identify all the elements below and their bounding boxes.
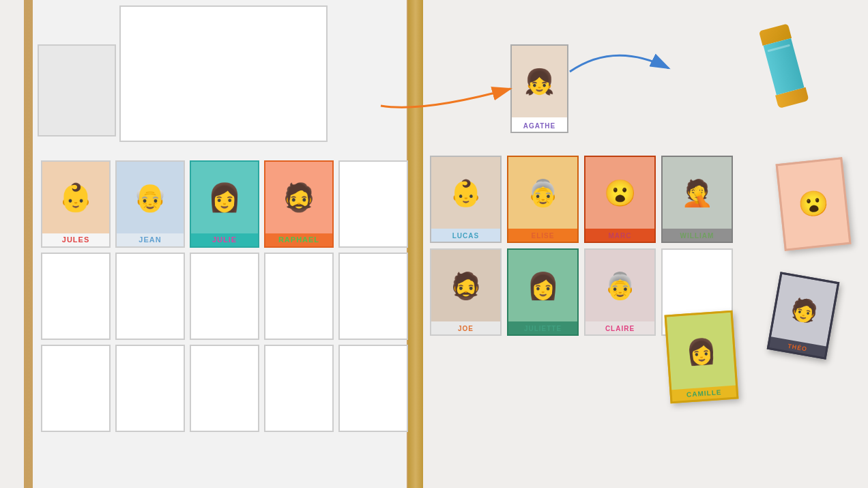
face-marc: 😮 <box>585 157 654 229</box>
name-juliette: JULIETTE <box>508 325 577 332</box>
name-elise: ELISE <box>508 232 577 240</box>
name-agathe: AGATHE <box>512 122 567 130</box>
photo-grid-left: 👶 JULES 👴 JEAN 👩 JULIE 🧔 RAPHAEL <box>41 160 408 432</box>
card-raphael[interactable]: 🧔 RAPHAEL <box>264 160 334 248</box>
card-empty-2[interactable] <box>41 253 111 340</box>
card-empty-7[interactable] <box>41 345 111 432</box>
face-agathe: 👧 <box>512 46 567 117</box>
card-empty-3[interactable] <box>115 253 185 340</box>
name-julie: JULIE <box>191 235 258 244</box>
face-joe: 🧔 <box>431 250 500 321</box>
card-joe[interactable]: 🧔 JOE <box>430 248 502 336</box>
face-jean: 👴 <box>117 162 184 233</box>
card-juliette[interactable]: 👩 JULIETTE <box>507 248 579 336</box>
face-juliette: 👩 <box>508 250 577 321</box>
card-empty-9[interactable] <box>190 345 259 432</box>
name-claire: CLAIRE <box>585 325 654 332</box>
agathe-card[interactable]: 👧 AGATHE <box>510 44 568 133</box>
face-william: 🤦 <box>663 157 732 229</box>
card-empty-8[interactable] <box>115 345 185 432</box>
name-jules: JULES <box>42 235 109 244</box>
face-julie: 👩 <box>191 162 258 233</box>
top-left-card <box>38 44 116 137</box>
card-elise[interactable]: 👵 ELISE <box>507 156 579 243</box>
face-claire: 👵 <box>585 250 654 321</box>
card-empty-1[interactable] <box>338 160 408 248</box>
floating-card-pink[interactable]: 😮 <box>776 157 852 251</box>
name-lucas: LUCAS <box>431 232 500 240</box>
card-empty-10[interactable] <box>264 345 334 432</box>
card-empty-4[interactable] <box>190 253 259 340</box>
floating-card-camille[interactable]: 👩 CAMILLE <box>665 311 739 404</box>
photo-grid-right: 👶 LUCAS 👵 ELISE 😮 MARC 🤦 WILLIAM 🧔 JOE 👩… <box>430 156 733 336</box>
card-marc[interactable]: 😮 MARC <box>584 156 656 243</box>
card-jean[interactable]: 👴 JEAN <box>115 160 185 248</box>
name-william: WILLIAM <box>663 232 732 240</box>
card-jules[interactable]: 👶 JULES <box>41 160 111 248</box>
card-julie[interactable]: 👩 JULIE <box>190 160 259 248</box>
name-camille: CAMILLE <box>671 388 736 400</box>
name-jean: JEAN <box>117 235 184 244</box>
face-camille: 👩 <box>667 313 736 390</box>
cork-divider <box>408 0 423 488</box>
name-marc: MARC <box>585 232 654 240</box>
card-william[interactable]: 🤦 WILLIAM <box>661 156 733 243</box>
name-raphael: RAPHAEL <box>265 235 332 244</box>
card-claire[interactable]: 👵 CLAIRE <box>584 248 656 336</box>
card-empty-5[interactable] <box>264 253 334 340</box>
card-empty-6[interactable] <box>338 253 408 340</box>
name-joe: JOE <box>431 325 500 332</box>
face-elise: 👵 <box>508 157 577 229</box>
top-empty-card <box>119 5 328 142</box>
face-raphael: 🧔 <box>265 162 332 233</box>
card-empty-11[interactable] <box>338 345 408 432</box>
glue-body-shine <box>767 44 790 53</box>
face-lucas: 👶 <box>431 157 500 229</box>
face-pink: 😮 <box>778 160 849 249</box>
card-lucas[interactable]: 👶 LUCAS <box>430 156 502 243</box>
face-theo: 🧑 <box>771 274 837 347</box>
face-jules: 👶 <box>42 162 109 233</box>
